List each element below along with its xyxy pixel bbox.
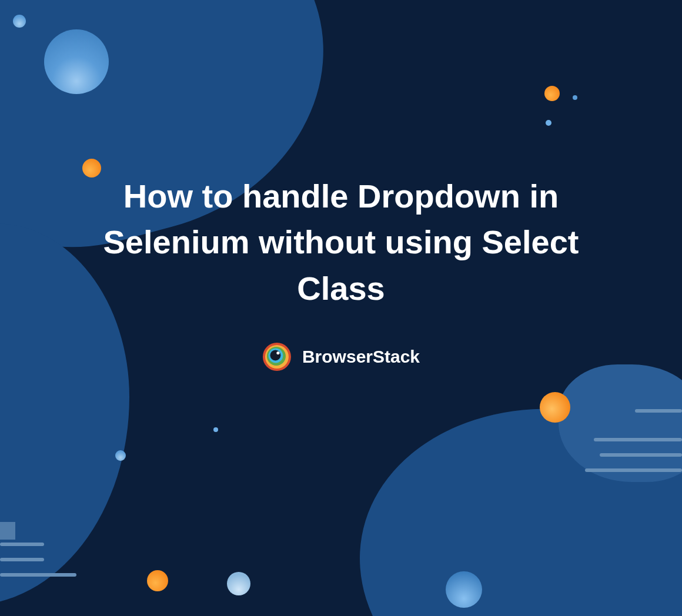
- decorative-circle: [227, 572, 250, 595]
- decorative-circle: [540, 392, 570, 423]
- decorative-circle: [115, 450, 126, 461]
- svg-point-4: [270, 350, 280, 361]
- decorative-block: [0, 522, 15, 540]
- brand-logo: BrowserStack: [262, 342, 420, 371]
- promo-banner: How to handle Dropdown in Selenium witho…: [0, 0, 682, 616]
- decorative-lines: [585, 438, 682, 472]
- browserstack-logo-icon: [262, 342, 292, 371]
- decorative-lines: [0, 543, 76, 577]
- decorative-circle: [147, 570, 168, 591]
- decorative-dot: [546, 120, 551, 126]
- decorative-circle: [446, 571, 482, 608]
- banner-title: How to handle Dropdown in Selenium witho…: [76, 173, 606, 312]
- svg-point-5: [276, 351, 279, 354]
- decorative-dot: [213, 427, 218, 432]
- decorative-circle: [544, 86, 560, 101]
- decorative-line: [635, 409, 682, 413]
- decorative-dot: [573, 95, 577, 100]
- decorative-circle: [44, 29, 109, 94]
- decorative-circle: [13, 15, 26, 28]
- brand-name: BrowserStack: [302, 347, 420, 367]
